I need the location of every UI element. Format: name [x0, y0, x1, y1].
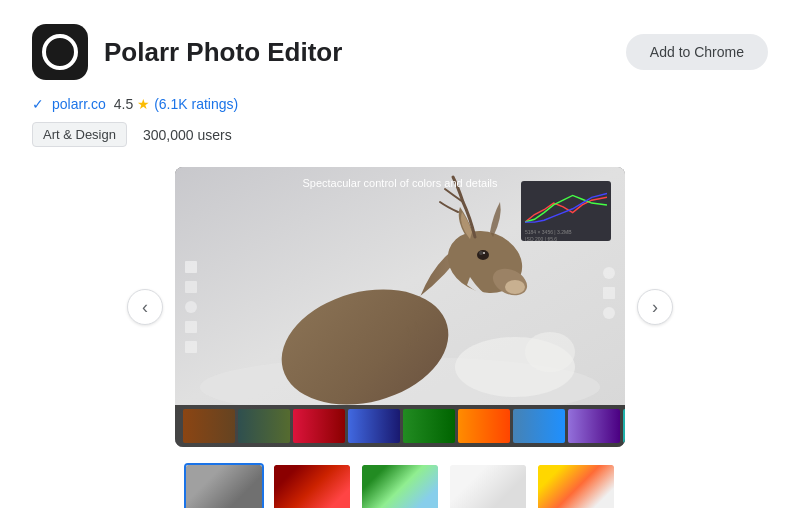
add-to-chrome-button[interactable]: Add to Chrome [626, 34, 768, 70]
thumbnails-row [32, 463, 768, 508]
thumbnail-2-inner [274, 465, 350, 508]
main-screenshot: Spectacular control of colors and detail… [175, 167, 625, 447]
svg-point-5 [505, 280, 525, 294]
thumbnail-5[interactable] [536, 463, 616, 508]
left-toolbar [185, 261, 197, 353]
screenshot-area: ‹ Spectacular control of colors and deta… [32, 167, 768, 447]
thumbnail-5-inner [538, 465, 614, 508]
rating-container: 4.5 ★ (6.1K ratings) [114, 96, 239, 112]
next-arrow-button[interactable]: › [637, 289, 673, 325]
toolbar-icon-4 [185, 321, 197, 333]
category-tag: Art & Design [32, 122, 127, 147]
filmstrip [175, 405, 625, 447]
filmstrip-thumb-2 [238, 409, 290, 443]
filmstrip-thumb-6 [458, 409, 510, 443]
app-header-left: Polarr Photo Editor [32, 24, 342, 80]
right-toolbar-icon-1 [603, 267, 615, 279]
filmstrip-thumb-3 [293, 409, 345, 443]
page-container: Polarr Photo Editor Add to Chrome ✓ pola… [0, 0, 800, 508]
histogram-svg [525, 185, 607, 223]
app-header: Polarr Photo Editor Add to Chrome [32, 24, 768, 80]
right-toolbar [603, 267, 615, 319]
thumbnail-3[interactable] [360, 463, 440, 508]
svg-point-10 [525, 332, 575, 372]
filmstrip-thumb-1 [183, 409, 235, 443]
filmstrip-thumb-8 [568, 409, 620, 443]
rating-count: (6.1K ratings) [154, 96, 238, 112]
toolbar-icon-1 [185, 261, 197, 273]
thumbnail-1[interactable] [184, 463, 264, 508]
deer-scene: 5184 × 3456 | 3.2MB ISO 200 | f/5.6 [175, 167, 625, 447]
thumbnail-1-inner [186, 465, 262, 508]
svg-point-7 [479, 251, 483, 255]
star-icon: ★ [137, 96, 150, 112]
filmstrip-thumb-9 [623, 409, 625, 443]
thumbnail-3-inner [362, 465, 438, 508]
histogram-info: 5184 × 3456 | 3.2MB ISO 200 | f/5.6 [525, 229, 607, 241]
app-title: Polarr Photo Editor [104, 37, 342, 68]
users-count: 300,000 users [143, 127, 232, 143]
histogram-overlay: 5184 × 3456 | 3.2MB ISO 200 | f/5.6 [521, 181, 611, 241]
svg-point-8 [483, 252, 485, 254]
right-toolbar-icon-3 [603, 307, 615, 319]
svg-point-6 [477, 250, 489, 260]
thumbnail-2[interactable] [272, 463, 352, 508]
thumbnail-4[interactable] [448, 463, 528, 508]
verified-icon: ✓ [32, 96, 44, 112]
toolbar-icon-5 [185, 341, 197, 353]
app-meta: ✓ polarr.co 4.5 ★ (6.1K ratings) [32, 96, 768, 112]
toolbar-icon-2 [185, 281, 197, 293]
screenshot-caption: Spectacular control of colors and detail… [302, 177, 497, 189]
thumbnail-4-inner [450, 465, 526, 508]
app-tags: Art & Design 300,000 users [32, 122, 768, 147]
filmstrip-thumb-4 [348, 409, 400, 443]
right-toolbar-icon-2 [603, 287, 615, 299]
toolbar-icon-3 [185, 301, 197, 313]
filmstrip-thumb-7 [513, 409, 565, 443]
rating-value: 4.5 [114, 96, 133, 112]
website-link[interactable]: polarr.co [52, 96, 106, 112]
app-icon-circle [42, 34, 78, 70]
app-icon [32, 24, 88, 80]
filmstrip-thumb-5 [403, 409, 455, 443]
prev-arrow-button[interactable]: ‹ [127, 289, 163, 325]
